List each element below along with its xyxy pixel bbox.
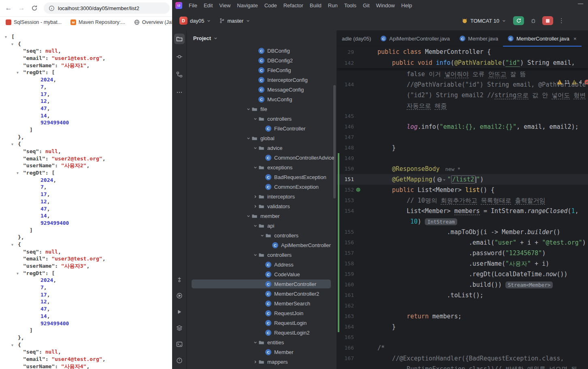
- tree-item-commoncontrolleradvice[interactable]: CCommonControllerAdvice: [187, 153, 337, 162]
- minimize-button[interactable]: —: [578, 0, 583, 6]
- sticky-code-line[interactable]: 29public class MemberController {: [337, 47, 588, 58]
- chevron-down-icon[interactable]: [245, 136, 251, 141]
- tree-item-advice[interactable]: advice: [187, 143, 337, 153]
- collapse-toggle-icon[interactable]: ▼: [11, 342, 18, 349]
- tree-item-badrequestexception[interactable]: CBadRequestException: [187, 172, 337, 182]
- project-tool-button[interactable]: [174, 34, 185, 44]
- tree-item-member[interactable]: CMember: [187, 347, 337, 357]
- tree-item-dbconfig[interactable]: CDBConfig: [187, 46, 337, 55]
- project-panel-header[interactable]: Project: [187, 30, 337, 46]
- code-line[interactable]: 146log.info("email:{}, email2:{}", email…: [337, 122, 588, 132]
- menu-run[interactable]: Run: [325, 1, 341, 10]
- tree-item-controllers[interactable]: controllers: [187, 250, 337, 260]
- menu-edit[interactable]: Edit: [200, 1, 216, 10]
- code-line[interactable]: 자동으로 해줌: [337, 100, 588, 111]
- project-widget[interactable]: D day05: [176, 15, 214, 27]
- code-line[interactable]: 153// 10명의 회원추가하고 목록형태로 출력할거임: [337, 195, 588, 206]
- code-editor[interactable]: false 이거 넣어줘야 오류 안뜨고 잘 뜸144//@PathVariab…: [337, 69, 588, 369]
- collapse-toggle-icon[interactable]: ▼: [17, 270, 23, 277]
- structure-tool-button[interactable]: [174, 69, 185, 80]
- code-line[interactable]: ("id2") String email2 //string으로 값 안 넣어도…: [337, 90, 588, 100]
- menu-file[interactable]: File: [185, 1, 200, 10]
- code-line[interactable]: 10) IntStream: [337, 216, 588, 227]
- terminal-tool-button[interactable]: [174, 339, 185, 350]
- tree-item-fileconfig[interactable]: CFileConfig: [187, 65, 337, 75]
- collapse-toggle-icon[interactable]: ▼: [11, 41, 18, 48]
- code-line[interactable]: 159.regDt(LocalDateTime.now()): [337, 269, 588, 279]
- tree-item-interceptors[interactable]: interceptors: [187, 192, 337, 201]
- tree-item-dbconfig2[interactable]: CDBConfig2: [187, 55, 337, 65]
- code-line[interactable]: 163return members;: [337, 311, 588, 322]
- tab-apimembercontroller-java[interactable]: CApiMemberController.java: [376, 30, 455, 47]
- back-button[interactable]: ←: [2, 2, 15, 14]
- chevron-down-icon[interactable]: [252, 117, 258, 121]
- url-bar[interactable]: localhost:3000/day05/member/list2: [44, 2, 170, 14]
- chevron-right-icon[interactable]: [252, 204, 258, 209]
- tree-item-mvcconfig[interactable]: CMvcConfig: [187, 94, 337, 104]
- sticky-code-line[interactable]: 142public void info(@PathVariable("id") …: [337, 58, 588, 68]
- code-line[interactable]: 158.userName("사용자" + i): [337, 258, 588, 269]
- url-mapping-inlay[interactable]: [437, 177, 446, 182]
- reload-button[interactable]: [28, 2, 40, 14]
- tree-item-requestlogin2[interactable]: CRequestLogin2: [187, 328, 337, 337]
- code-line[interactable]: 145: [337, 111, 588, 122]
- tree-item-filecontroller[interactable]: CFileController: [187, 124, 337, 133]
- code-line[interactable]: 152public List<Member> list() {: [337, 185, 588, 195]
- menu-view[interactable]: View: [216, 1, 234, 10]
- code-line[interactable]: RuntimeException.class})// 발생한 예외를 넣으면 됨: [337, 364, 588, 369]
- chevron-down-icon[interactable]: [252, 340, 258, 345]
- vcs-widget[interactable]: master: [216, 16, 254, 26]
- debug-button[interactable]: [528, 16, 539, 25]
- menu-help[interactable]: Help: [398, 1, 415, 10]
- commit-tool-button[interactable]: [174, 51, 185, 62]
- code-line[interactable]: 164}: [337, 322, 588, 332]
- code-line[interactable]: 154List<Member> members = IntStream.rang…: [337, 206, 588, 216]
- tree-item-interceptorconfig[interactable]: CInterceptorConfig: [187, 75, 337, 85]
- problems-tool-button[interactable]: [174, 355, 185, 366]
- tree-item-membersearch[interactable]: CMemberSearch: [187, 299, 337, 308]
- menu-tools[interactable]: Tools: [341, 1, 360, 10]
- run-config-selector[interactable]: TOMCAT 10: [458, 16, 509, 26]
- tree-item-codevalue[interactable]: CCodeValue: [187, 269, 337, 279]
- inspections-widget[interactable]: 11 4: [557, 79, 587, 85]
- code-line[interactable]: 151@GetMapping("/list2"): [337, 174, 588, 185]
- chevron-down-icon[interactable]: [245, 107, 251, 111]
- menu-refactor[interactable]: Refactor: [280, 1, 307, 10]
- tree-item-member[interactable]: member: [187, 211, 337, 221]
- tree-item-messageconfig[interactable]: CMessageConfig: [187, 85, 337, 94]
- tree-item-file[interactable]: file: [187, 104, 337, 114]
- code-line[interactable]: 148}: [337, 143, 588, 153]
- chevron-right-icon[interactable]: [252, 360, 258, 364]
- forward-button[interactable]: →: [15, 2, 28, 14]
- tree-item-requestlogin[interactable]: CRequestLogin: [187, 318, 337, 328]
- code-vision-hint[interactable]: new *: [445, 166, 461, 172]
- bookmark-2[interactable]: MMaven Repository:...: [70, 19, 125, 25]
- tree-item-controllers[interactable]: controllers: [187, 114, 337, 124]
- layers-tool-button[interactable]: [174, 323, 185, 333]
- rerun-button[interactable]: [513, 16, 524, 25]
- bookmark-1[interactable]: SqlSession - mybat...: [6, 19, 62, 25]
- code-line[interactable]: false 이거 넣어줘야 오류 안뜨고 잘 뜸: [337, 69, 588, 79]
- code-line[interactable]: 157.password("12345678"): [337, 248, 588, 258]
- menu-window[interactable]: Window: [373, 1, 398, 10]
- bookmark-3[interactable]: Overview (Jakar: [134, 19, 172, 25]
- code-line[interactable]: 166/*: [337, 343, 588, 353]
- code-line[interactable]: 144//@PathVariable("id") String email, @…: [337, 79, 588, 90]
- tree-item-membercontroller[interactable]: CMemberController: [187, 279, 337, 289]
- menu-build[interactable]: Build: [307, 1, 325, 10]
- chevron-right-icon[interactable]: [252, 194, 258, 199]
- endpoints-tool-button[interactable]: [174, 274, 185, 285]
- tree-item-global[interactable]: global: [187, 133, 337, 143]
- code-line[interactable]: 155.mapToObj(i -> Member.builder(): [337, 227, 588, 237]
- code-line[interactable]: 162: [337, 301, 588, 311]
- tree-item-controllers[interactable]: controllers: [187, 230, 337, 240]
- chevron-down-icon[interactable]: [252, 224, 258, 228]
- tree-item-validators[interactable]: validators: [187, 201, 337, 211]
- tree-item-apimembercontroller[interactable]: CApiMemberController: [187, 240, 337, 250]
- tree-item-address[interactable]: CAddress: [187, 260, 337, 269]
- tree-item-api[interactable]: api: [187, 221, 337, 230]
- services-tool-button[interactable]: [174, 290, 185, 301]
- collapse-toggle-icon[interactable]: ▼: [17, 69, 23, 77]
- chevron-down-icon[interactable]: [252, 165, 258, 170]
- collapse-toggle-icon[interactable]: ▼: [17, 170, 23, 177]
